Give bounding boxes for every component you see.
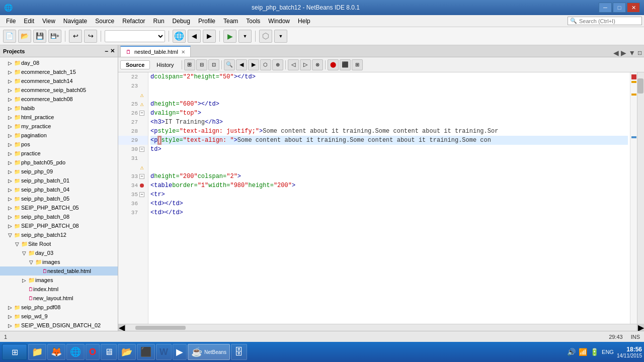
tree-item-php-pdo[interactable]: ▷ 📁 php_batch05_pdo xyxy=(0,158,118,167)
taskbar-media[interactable]: ▶ xyxy=(173,344,187,360)
menu-file[interactable]: File xyxy=(2,17,20,26)
run-dropdown[interactable]: ▼ xyxy=(238,30,252,43)
menu-help[interactable]: Help xyxy=(294,17,314,26)
menu-view[interactable]: View xyxy=(38,17,59,26)
tree-item-ecommerce-batch08[interactable]: ▷ 📁 ecommerce_batch08 xyxy=(0,95,118,104)
tree-item-ecommerce14[interactable]: ▷ 📁 ecommerce_batch14 xyxy=(0,76,118,85)
projects-collapse[interactable]: − xyxy=(105,48,108,55)
taskbar-db[interactable]: 🗄 xyxy=(231,344,247,360)
tree-item-web-batch02[interactable]: ▷ 📁 SEIP_WEB_DSIGN_BATCH_02 xyxy=(0,321,118,330)
tree-item-BATCH05[interactable]: ▷ 📁 SEIP_PHP_BATCH_05 xyxy=(0,203,118,212)
tree-item-batch01[interactable]: ▷ 📁 seip_php_batch_01 xyxy=(0,176,118,185)
outdent-btn[interactable]: ⊡ xyxy=(208,59,219,70)
prev-occurrence[interactable]: ◀ xyxy=(236,59,247,70)
fold-33[interactable]: − xyxy=(138,174,146,179)
save-button[interactable]: 💾 xyxy=(33,30,46,43)
fold-35[interactable]: − xyxy=(138,192,146,197)
tree-item-batch12[interactable]: ▽ 📁 seip_php_batch12 xyxy=(0,230,118,239)
bookmark-next[interactable]: ▷ xyxy=(300,59,311,70)
undo-button[interactable]: ↩ xyxy=(69,30,82,43)
taskbar-netbeans[interactable]: ☕ NetBeans xyxy=(188,344,230,360)
tab-restore[interactable]: ⊡ xyxy=(637,50,642,56)
format-btn[interactable]: ⊞ xyxy=(184,59,195,70)
minimize-button[interactable]: ─ xyxy=(599,3,612,13)
tree-item-batch08[interactable]: ▷ 📁 seip_php_batch_08 xyxy=(0,212,118,221)
tree-item-batch04[interactable]: ▷ 📁 seip_php_batch_04 xyxy=(0,185,118,194)
tree-item-wd9[interactable]: ▷ 📁 seip_wd_9 xyxy=(0,312,118,321)
search-btn[interactable]: 🔍 xyxy=(224,59,235,70)
source-tab[interactable]: Source xyxy=(120,60,150,69)
stop-btn[interactable]: ⬛ xyxy=(340,59,351,70)
scroll-left[interactable]: ◀ xyxy=(118,324,125,331)
code-editor[interactable]: 22 23 ⚠ 25 ⚠ xyxy=(118,72,644,324)
tree-item-new-layout[interactable]: 🗒 new_layout.html xyxy=(0,294,118,303)
tab-next[interactable]: ▶ xyxy=(621,49,626,57)
tree-item-pos[interactable]: ▷ 📁 pos xyxy=(0,140,118,149)
search-input[interactable] xyxy=(579,18,639,24)
menu-debug[interactable]: Debug xyxy=(169,17,194,26)
taskbar-chrome[interactable]: 🌐 xyxy=(66,344,85,360)
menu-source[interactable]: Source xyxy=(91,17,118,26)
highlight-btn[interactable]: ⬡ xyxy=(260,59,271,70)
hscroll-thumb[interactable] xyxy=(135,326,186,330)
tree-item-practice[interactable]: ▷ 📁 practice xyxy=(0,149,118,158)
editor-vscrollbar[interactable] xyxy=(637,72,644,324)
tree-item-day08[interactable]: ▷ 📁 day_08 xyxy=(0,58,118,67)
run-button[interactable]: ▶ xyxy=(223,30,236,43)
tab-close-button[interactable]: ✕ xyxy=(181,49,185,55)
taskbar-word[interactable]: W xyxy=(156,344,172,360)
saveall-button[interactable]: 💾+ xyxy=(48,30,61,43)
menu-run[interactable]: Run xyxy=(149,17,169,26)
tree-item-seip09[interactable]: ▷ 📁 seip_php_09 xyxy=(0,167,118,176)
tree-item-html-practice[interactable]: ▷ 📁 html_practice xyxy=(0,113,118,122)
next-occurrence[interactable]: ▶ xyxy=(248,59,259,70)
tree-item-BATCH08[interactable]: ▷ 📁 SEIP_PHP_BATCH_08 xyxy=(0,221,118,230)
scroll-right[interactable]: ▶ xyxy=(637,324,644,331)
tree-item-ecommerce15[interactable]: ▷ 📁 ecommerce_batch_15 xyxy=(0,67,118,76)
tree-item-images[interactable]: ▽ 📁 images xyxy=(0,257,118,266)
menu-team[interactable]: Team xyxy=(219,17,242,26)
new-button[interactable]: 📄 xyxy=(3,30,16,43)
menu-navigate[interactable]: Navigate xyxy=(59,17,91,26)
taskbar-app1[interactable]: ⬛ xyxy=(137,344,155,360)
code-content[interactable]: d colspan="2" height="50"></td> d height… xyxy=(148,72,630,324)
open-button[interactable]: 📂 xyxy=(18,30,31,43)
fold-30[interactable]: − xyxy=(138,147,146,152)
taskbar-files[interactable]: 📁 xyxy=(28,344,46,360)
start-button[interactable]: ⊞ xyxy=(2,344,27,360)
forward-button[interactable]: ▶ xyxy=(203,30,216,43)
tree-item-ecommerce-seip[interactable]: ▷ 📁 ecommerce_seip_batch05 xyxy=(0,85,118,95)
tree-item-batch05[interactable]: ▷ 📁 seip_php_batch_05 xyxy=(0,194,118,203)
editor-hscrollbar[interactable]: ◀ ▶ xyxy=(118,324,644,331)
search-box[interactable]: 🔍 xyxy=(568,17,642,25)
tree-item-images2[interactable]: ▷ 📁 images xyxy=(0,276,118,285)
tree-item-index[interactable]: 🗒 index.html xyxy=(0,285,118,294)
tree-item-habib[interactable]: ▷ 📁 habib xyxy=(0,104,118,113)
tab-menu[interactable]: ▼ xyxy=(628,49,635,57)
debug-dropdown[interactable]: ▼ xyxy=(274,30,287,43)
debug-button[interactable]: ⬡ xyxy=(259,30,272,43)
tree-item-day03[interactable]: ▽ 📁 day_03 xyxy=(0,248,118,257)
tree-item-siteroot[interactable]: ▽ 📁 Site Root xyxy=(0,239,118,248)
breakpoint-btn[interactable]: ⬤ xyxy=(328,59,339,70)
fold-26[interactable]: − xyxy=(138,111,146,116)
tree-item-pdf08[interactable]: ▷ 📁 seip_php_pdf08 xyxy=(0,303,118,312)
menu-profile[interactable]: Profile xyxy=(194,17,219,26)
project-dropdown[interactable] xyxy=(105,30,165,42)
redo-button[interactable]: ↪ xyxy=(84,30,97,43)
scrollbar-thumb[interactable] xyxy=(637,78,643,94)
menu-window[interactable]: Window xyxy=(264,17,294,26)
taskbar-files2[interactable]: 📂 xyxy=(118,344,136,360)
tab-prev[interactable]: ◀ xyxy=(613,49,619,57)
editor-tab-nested-table[interactable]: 🗒 nested_table.html ✕ xyxy=(120,46,191,57)
taskbar-opera[interactable]: O xyxy=(86,344,100,360)
history-tab[interactable]: History xyxy=(151,60,179,69)
menu-tools[interactable]: Tools xyxy=(242,17,264,26)
maximize-editor[interactable]: ⊞ xyxy=(352,59,363,70)
bookmark-prev[interactable]: ◁ xyxy=(288,59,299,70)
indent-btn[interactable]: ⊟ xyxy=(196,59,207,70)
bookmark-toggle[interactable]: ⊗ xyxy=(312,59,323,70)
taskbar-terminal[interactable]: 🖥 xyxy=(101,344,117,360)
browser-button[interactable]: 🌐 xyxy=(173,30,186,43)
tree-item-nested-table[interactable]: 🗒 nested_table.html xyxy=(0,266,118,276)
